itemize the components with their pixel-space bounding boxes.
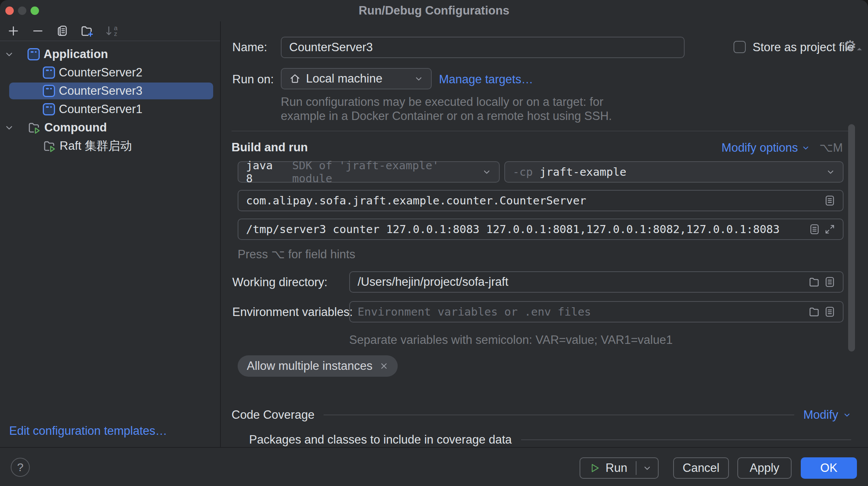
title-bar: Run/Debug Configurations bbox=[0, 0, 868, 21]
build-and-run-title: Build and run bbox=[232, 141, 308, 154]
folder-icon[interactable] bbox=[808, 306, 820, 318]
tree-item-label: CounterServer1 bbox=[59, 102, 143, 116]
cancel-button-label: Cancel bbox=[683, 461, 720, 475]
apply-button-label: Apply bbox=[750, 461, 779, 475]
minus-icon bbox=[32, 25, 44, 37]
main-class-value: com.alipay.sofa.jraft.example.counter.Co… bbox=[246, 194, 586, 207]
code-coverage-title: Code Coverage bbox=[232, 408, 314, 422]
classpath-module-select[interactable]: -cp jraft-example bbox=[504, 161, 844, 183]
ok-button-label: OK bbox=[820, 461, 837, 475]
application-icon bbox=[43, 103, 55, 115]
store-as-project-file-label: Store as project file bbox=[753, 40, 854, 54]
cp-prefix: -cp bbox=[513, 165, 533, 178]
cp-value: jraft-example bbox=[539, 165, 626, 178]
chevron-down-icon bbox=[414, 74, 423, 83]
working-directory-input[interactable]: /Users/hejin/project/sofa-jraft bbox=[349, 271, 844, 293]
application-icon bbox=[43, 85, 55, 97]
cancel-button[interactable]: Cancel bbox=[673, 457, 729, 479]
expand-icon[interactable] bbox=[824, 224, 835, 235]
vertical-scrollbar[interactable] bbox=[848, 124, 855, 352]
run-button-label: Run bbox=[606, 461, 627, 475]
coverage-packages-label: Packages and classes to include in cover… bbox=[249, 433, 512, 447]
tree-item-label: Application bbox=[44, 47, 108, 61]
name-value: CounterServer3 bbox=[289, 40, 373, 54]
configurations-tree: Application CounterServer2 CounterServer… bbox=[0, 45, 220, 155]
tree-item-counterserver2[interactable]: CounterServer2 bbox=[0, 63, 220, 82]
list-icon[interactable] bbox=[809, 224, 820, 235]
tree-group-compound[interactable]: Compound bbox=[0, 118, 220, 137]
environment-variables-placeholder: Environment variables or .env files bbox=[358, 305, 591, 318]
environment-variables-label: Environment variables: bbox=[232, 305, 353, 319]
separator-line bbox=[521, 439, 851, 440]
configuration-editor: Name: CounterServer3 Store as project fi… bbox=[222, 21, 868, 447]
environment-variables-hint: Separate variables with semicolon: VAR=v… bbox=[349, 333, 673, 347]
name-input[interactable]: CounterServer3 bbox=[281, 37, 685, 58]
jre-hint: SDK of 'jraft-example' module bbox=[292, 159, 482, 185]
gear-icon[interactable]: ⚙ bbox=[844, 37, 857, 54]
chevron-down-icon bbox=[843, 411, 851, 419]
store-as-project-file-checkbox[interactable] bbox=[734, 41, 746, 53]
window-title: Run/Debug Configurations bbox=[0, 0, 868, 21]
tree-item-counterserver1[interactable]: CounterServer1 bbox=[0, 100, 220, 118]
copy-configuration-button[interactable] bbox=[56, 24, 69, 37]
chevron-down-icon bbox=[643, 463, 652, 473]
manage-targets-link[interactable]: Manage targets… bbox=[439, 73, 533, 86]
allow-multiple-instances-tag[interactable]: Allow multiple instances bbox=[238, 355, 398, 377]
edit-configuration-templates-link[interactable]: Edit configuration templates… bbox=[9, 424, 167, 438]
add-configuration-button[interactable] bbox=[7, 24, 20, 37]
folder-icon[interactable] bbox=[808, 276, 820, 288]
working-directory-value: /Users/hejin/project/sofa-jraft bbox=[358, 275, 508, 289]
configurations-sidebar: az Application CounterServer2 bbox=[0, 21, 221, 447]
tree-item-label: CounterServer2 bbox=[59, 66, 143, 79]
help-question-mark: ? bbox=[17, 461, 24, 474]
sort-configurations-button[interactable]: az bbox=[105, 24, 118, 37]
environment-variables-input[interactable]: Environment variables or .env files bbox=[349, 301, 844, 322]
application-icon bbox=[28, 48, 40, 60]
separator-line bbox=[324, 415, 794, 415]
tree-item-counterserver3[interactable]: CounterServer3 bbox=[0, 82, 220, 100]
chevron-down-icon bbox=[826, 167, 835, 177]
apply-button[interactable]: Apply bbox=[737, 457, 792, 479]
section-separator bbox=[232, 131, 851, 131]
plus-icon bbox=[8, 25, 19, 37]
list-icon[interactable] bbox=[824, 306, 835, 318]
run-on-hint: Run configurations may be executed local… bbox=[281, 95, 612, 123]
run-on-label: Run on: bbox=[232, 73, 274, 86]
run-options-dropdown[interactable] bbox=[636, 463, 658, 473]
program-arguments-value: /tmp/server3 counter 127.0.0.1:8083 127.… bbox=[246, 223, 780, 236]
modify-options: Modify options ⌥M bbox=[722, 141, 843, 155]
compound-folder-icon bbox=[28, 121, 40, 134]
run-debug-configurations-dialog: Run/Debug Configurations bbox=[0, 0, 868, 486]
code-coverage-modify-link[interactable]: Modify bbox=[803, 408, 838, 422]
copy-icon bbox=[56, 25, 68, 37]
help-button[interactable]: ? bbox=[11, 458, 30, 477]
tree-item-label: Raft 集群启动 bbox=[60, 138, 132, 154]
list-icon[interactable] bbox=[824, 276, 835, 288]
chevron-down-icon[interactable] bbox=[0, 123, 18, 133]
working-directory-label: Working directory: bbox=[232, 275, 327, 289]
sidebar-toolbar: az bbox=[0, 21, 220, 41]
main-class-input[interactable]: com.alipay.sofa.jraft.example.counter.Co… bbox=[238, 190, 844, 211]
remove-configuration-button[interactable] bbox=[31, 24, 44, 37]
coverage-packages-section: Packages and classes to include in cover… bbox=[249, 433, 851, 447]
close-icon[interactable] bbox=[379, 361, 389, 371]
tree-group-application[interactable]: Application bbox=[0, 45, 220, 63]
sort-arrow-down-icon bbox=[105, 25, 115, 37]
run-button[interactable]: Run bbox=[580, 457, 659, 479]
home-icon bbox=[289, 73, 301, 84]
tree-item-raft-cluster[interactable]: Raft 集群启动 bbox=[0, 137, 220, 155]
ok-button[interactable]: OK bbox=[801, 457, 857, 479]
jre-select[interactable]: java 8 SDK of 'jraft-example' module bbox=[238, 161, 500, 183]
new-folder-button[interactable] bbox=[80, 24, 93, 37]
tag-label: Allow multiple instances bbox=[247, 359, 372, 373]
dialog-footer: ? Run Cancel Apply OK bbox=[0, 447, 868, 486]
run-play-icon bbox=[589, 463, 600, 473]
modify-options-shortcut: ⌥M bbox=[819, 141, 843, 155]
field-hints-text: Press ⌥ for field hints bbox=[238, 247, 355, 261]
modify-options-link[interactable]: Modify options bbox=[722, 141, 798, 155]
list-icon[interactable] bbox=[824, 195, 835, 206]
sort-az-letters: az bbox=[114, 25, 117, 37]
program-arguments-input[interactable]: /tmp/server3 counter 127.0.0.1:8083 127.… bbox=[238, 219, 844, 240]
chevron-down-icon[interactable] bbox=[0, 49, 18, 59]
run-on-select[interactable]: Local machine bbox=[281, 68, 432, 89]
